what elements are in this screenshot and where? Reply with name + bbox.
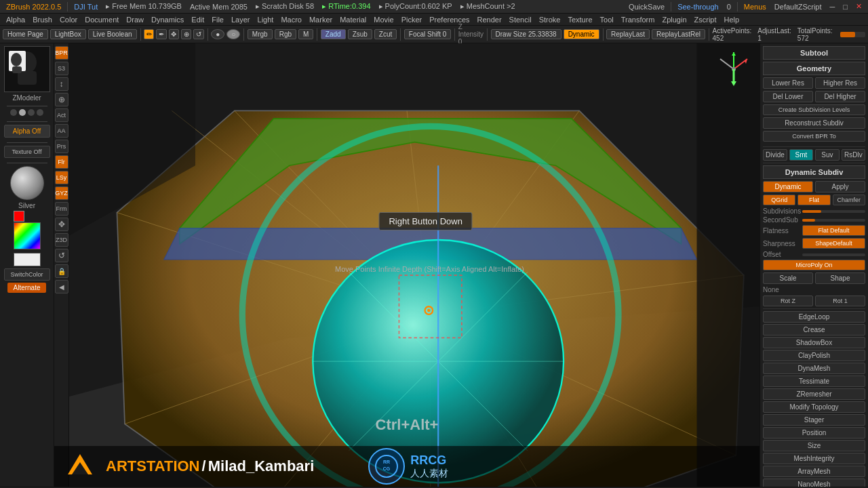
menus-btn[interactable]: Menus <box>741 3 770 11</box>
claypolish-btn[interactable]: ClayPolish <box>763 350 865 361</box>
rotate-btn[interactable]: ↺ <box>55 249 68 262</box>
menu-light[interactable]: Light <box>254 16 277 24</box>
mesh-integrity-btn[interactable]: MeshIntegrity <box>763 453 865 464</box>
menu-render[interactable]: Render <box>474 16 505 24</box>
divide-btn[interactable]: Divide <box>763 149 787 161</box>
menu-file[interactable]: File <box>208 16 227 24</box>
scroll-btn[interactable]: ↕ <box>55 77 68 91</box>
menu-dynamics[interactable]: Dynamics <box>148 16 187 24</box>
bpr-btn[interactable]: BPR <box>55 46 68 60</box>
circle-btn[interactable]: ○ <box>226 29 240 39</box>
menu-tool[interactable]: Tool <box>597 16 617 24</box>
menu-document[interactable]: Document <box>81 16 122 24</box>
scale-btn[interactable]: Scale <box>763 272 813 284</box>
flat-default-btn[interactable]: Flat Default <box>802 225 865 236</box>
replay-last-btn[interactable]: ReplayLast <box>606 29 650 39</box>
dynamic-btn[interactable]: Dynamic <box>564 29 599 39</box>
zsub-btn[interactable]: Zsub <box>348 29 372 39</box>
menu-transform[interactable]: Transform <box>618 16 658 24</box>
lock-btn[interactable]: 🔒 <box>55 264 68 278</box>
crease-btn[interactable]: Crease <box>763 324 865 336</box>
menu-movie[interactable]: Movie <box>370 16 397 24</box>
menu-color[interactable]: Color <box>56 16 81 24</box>
subtool-header[interactable]: Subtool <box>763 46 865 60</box>
rotate-mode-btn[interactable]: ↺ <box>193 29 203 39</box>
convert-bpr-btn[interactable]: Convert BPR To <box>763 131 865 142</box>
close-btn[interactable]: ✕ <box>852 2 865 11</box>
move-mode-btn[interactable]: ✥ <box>169 29 179 39</box>
smt-btn[interactable]: Smt <box>789 149 813 161</box>
qgrid-btn[interactable]: QGrid <box>763 195 795 205</box>
menu-zplugin[interactable]: Zplugin <box>658 16 690 24</box>
menu-marker[interactable]: Marker <box>306 16 336 24</box>
menu-layer[interactable]: Layer <box>228 16 254 24</box>
persp-btn[interactable]: Prs <box>55 140 68 153</box>
micropoly-btn[interactable]: MicroPoly On <box>763 260 865 270</box>
zoom-btn[interactable]: ⊕ <box>55 93 68 106</box>
zoom3d-btn[interactable]: Z3D <box>55 233 68 247</box>
menu-help[interactable]: Help <box>721 16 743 24</box>
create-subdiv-btn[interactable]: Create SubDivision Levels <box>763 104 865 115</box>
default-zscript-btn[interactable]: DefaultZScript <box>771 3 825 11</box>
rot-1-btn[interactable]: Rot 1 <box>815 296 865 306</box>
menu-draw[interactable]: Draw <box>123 16 147 24</box>
menu-picker[interactable]: Picker <box>398 16 426 24</box>
lightbox-btn[interactable]: LightBox <box>50 29 86 39</box>
maximize-btn[interactable]: □ <box>840 3 851 11</box>
apply-btn[interactable]: Apply <box>815 181 865 192</box>
edgeloop-btn[interactable]: EdgeLoop <box>763 311 865 323</box>
modify-topology-btn[interactable]: Modify Topology <box>763 401 865 413</box>
menu-preferences[interactable]: Preferences <box>426 16 473 24</box>
dynamesh-btn[interactable]: DynaMesh <box>763 363 865 374</box>
draw-size-btn[interactable]: Draw Size 25.33838 <box>491 29 561 39</box>
rgb-btn[interactable]: Rgb <box>275 29 296 39</box>
quicksave-btn[interactable]: QuickSave <box>625 3 668 11</box>
stager-btn[interactable]: Stager <box>763 414 865 426</box>
frame-btn[interactable]: Frm <box>55 202 68 216</box>
spl3-btn[interactable]: S3 <box>55 62 68 75</box>
shape-default-btn[interactable]: ShapeDefault <box>802 238 865 249</box>
lsym-btn[interactable]: LSy <box>55 171 68 184</box>
subdivisions-slider[interactable] <box>802 210 865 213</box>
lower-res-btn[interactable]: Lower Res <box>763 77 813 89</box>
draw-mode-btn[interactable]: ✒ <box>156 29 166 39</box>
texture-off-btn[interactable]: Texture Off <box>4 146 50 158</box>
zremesher-btn[interactable]: ZRemesher <box>763 388 865 400</box>
menu-zscript[interactable]: Zscript <box>691 16 720 24</box>
floor-btn[interactable]: Flr <box>55 155 68 169</box>
dynamic-subdiv-header[interactable]: Dynamic Subdiv <box>763 165 865 179</box>
white-color-rect[interactable] <box>14 253 41 266</box>
higher-res-btn[interactable]: Higher Res <box>815 77 865 89</box>
canvas-area[interactable]: Right Button Down Move Points Infinite D… <box>54 43 760 487</box>
flat-btn[interactable]: Flat <box>797 195 830 205</box>
position-btn[interactable]: Position <box>763 427 865 439</box>
size-btn[interactable]: Size <box>763 440 865 451</box>
aa-half-btn[interactable]: AA <box>55 124 68 138</box>
secondsub-slider[interactable] <box>802 219 865 222</box>
menu-alpha[interactable]: Alpha <box>3 16 28 24</box>
zadd-btn[interactable]: Zadd <box>321 29 346 39</box>
replay-last-rel-btn[interactable]: ReplayLastRel <box>652 29 705 39</box>
collapse-panel-btn[interactable]: ◀ <box>55 280 68 293</box>
alternate-btn[interactable]: Alternate <box>7 283 45 293</box>
minimize-btn[interactable]: ─ <box>827 3 839 11</box>
gyz-btn[interactable]: GYZ <box>55 186 68 200</box>
edit-mode-btn[interactable]: ✏ <box>144 29 154 39</box>
reconstruct-subdiv-btn[interactable]: Reconstruct Subdiv <box>763 117 865 129</box>
dynamic-subdiv-btn[interactable]: Dynamic <box>763 181 813 192</box>
menu-stencil[interactable]: Stencil <box>506 16 535 24</box>
menu-brush[interactable]: Brush <box>29 16 56 24</box>
array-mesh-btn[interactable]: ArrayMesh <box>763 466 865 477</box>
material-sphere[interactable] <box>10 166 44 200</box>
geometry-header[interactable]: Geometry <box>763 62 865 75</box>
chamfer-btn[interactable]: Chamfer <box>833 195 865 205</box>
sphere-icon-btn[interactable]: ● <box>211 29 224 39</box>
shape-btn[interactable]: Shape <box>815 272 865 284</box>
color-gradient[interactable] <box>14 222 41 249</box>
menu-material[interactable]: Material <box>336 16 370 24</box>
del-lower-btn[interactable]: Del Lower <box>763 91 813 102</box>
m-btn[interactable]: M <box>298 29 313 39</box>
rot-z-btn[interactable]: Rot Z <box>763 296 813 306</box>
home-page-btn[interactable]: Home Page <box>3 29 48 39</box>
alpha-off-btn[interactable]: Alpha Off <box>4 125 50 138</box>
